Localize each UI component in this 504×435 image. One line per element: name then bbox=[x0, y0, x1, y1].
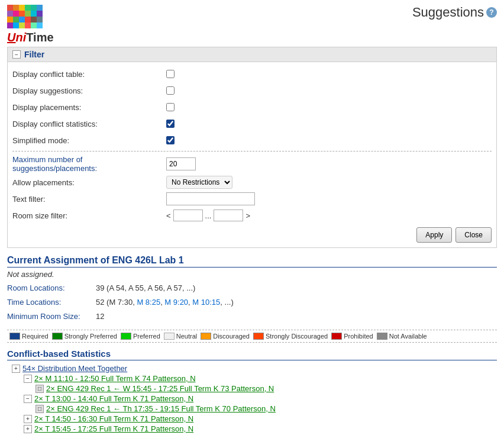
time-locations-row: Time Locations: 52 (M 7:30, M 8:25, M 9:… bbox=[7, 298, 497, 310]
legend-preferred: Preferred bbox=[121, 333, 160, 340]
filter-checkbox-conflict-stats[interactable] bbox=[166, 120, 175, 128]
filter-text-input[interactable] bbox=[166, 192, 255, 205]
greater-than-symbol: > bbox=[245, 211, 250, 220]
page-title-text: Suggestions bbox=[412, 5, 484, 20]
legend-strongly-discouraged: Strongly Discouraged bbox=[253, 333, 328, 340]
filter-checkbox-conflict-table[interactable] bbox=[166, 70, 175, 78]
time-link-1[interactable]: M 8:25 bbox=[137, 298, 160, 307]
logo-image bbox=[7, 5, 43, 28]
filter-row-room-size: Room size filter: < ... > bbox=[12, 208, 492, 223]
filter-row-simplified: Simplified mode: bbox=[12, 133, 492, 147]
legend-color-strongly-discouraged bbox=[253, 333, 264, 340]
room-locations-label: Room Locations: bbox=[7, 283, 96, 292]
legend-prohibited: Prohibited bbox=[331, 333, 373, 340]
legend-label-strongly-discouraged: Strongly Discouraged bbox=[266, 333, 328, 340]
tree-item-root: + 54× Distribution Meet Together bbox=[12, 364, 497, 373]
tree-item-child4: + 2× T 15:45 - 17:25 Full Term K 71 Patt… bbox=[24, 424, 497, 433]
filter-row-conflict-table: Display conflict table: bbox=[12, 67, 492, 81]
tree-link-child4[interactable]: 2× T 15:45 - 17:25 Full Term K 71 Patter… bbox=[34, 424, 193, 433]
help-icon[interactable]: ? bbox=[486, 7, 497, 18]
stats-section: Conflict-based Statistics + 54× Distribu… bbox=[7, 349, 497, 433]
legend-color-discouraged bbox=[201, 333, 211, 340]
legend-color-neutral bbox=[164, 333, 175, 340]
tree-link-child2[interactable]: 2× T 13:00 - 14:40 Full Term K 71 Patter… bbox=[34, 394, 193, 403]
time-locations-label: Time Locations: bbox=[7, 298, 96, 307]
unitime-logo: UniTime bbox=[7, 31, 54, 44]
filter-header: − Filter bbox=[8, 47, 496, 62]
legend-label-strongly-preferred: Strongly Preferred bbox=[64, 333, 117, 340]
filter-label-room-size: Room size filter: bbox=[12, 211, 166, 220]
legend-color-preferred bbox=[121, 333, 131, 340]
filter-body: Display conflict table: Display suggesti… bbox=[8, 62, 496, 247]
legend-discouraged: Discouraged bbox=[201, 333, 250, 340]
tree-toggle-child3[interactable]: + bbox=[24, 415, 32, 423]
legend-label-not-available: Not Available bbox=[389, 333, 427, 340]
ellipsis-symbol: ... bbox=[205, 211, 212, 220]
filter-row-text: Text filter: bbox=[12, 192, 492, 206]
tree-link-child2-1[interactable]: 2× ENG 429 Rec 1 ← Th 17:35 - 19:15 Full… bbox=[46, 404, 276, 413]
time-link-3[interactable]: M 10:15 bbox=[192, 298, 220, 307]
filter-label-max: Maximum number of suggestions/placements… bbox=[12, 155, 166, 173]
filter-row-allow: Allow placements: No Restrictions Room O… bbox=[12, 175, 492, 189]
assignment-title: Current Assignment of ENG 426L Lab 1 bbox=[7, 255, 497, 268]
legend-label-prohibited: Prohibited bbox=[344, 333, 373, 340]
filter-collapse-btn[interactable]: − bbox=[12, 50, 21, 59]
tree-link-root[interactable]: 54× Distribution Meet Together bbox=[22, 364, 127, 373]
assignment-status: Not assigned. bbox=[7, 270, 497, 279]
tree-link-child1[interactable]: 2× M 11:10 - 12:50 Full Term K 74 Patter… bbox=[34, 374, 196, 383]
logo-area: UniTime bbox=[7, 5, 54, 44]
tree-toggle-child1[interactable]: − bbox=[24, 375, 32, 383]
filter-checkbox-suggestions[interactable] bbox=[166, 86, 175, 95]
legend: Required Strongly Preferred Preferred Ne… bbox=[7, 330, 497, 343]
tree-toggle-child1-1[interactable]: □ bbox=[35, 385, 44, 393]
filter-row-conflict-stats: Display conflict statistics: bbox=[12, 117, 492, 131]
room-size-row: < ... > bbox=[166, 210, 250, 221]
min-room-size-value: 12 bbox=[96, 312, 104, 321]
min-room-size-label: Minimum Room Size: bbox=[7, 312, 96, 321]
legend-required: Required bbox=[9, 333, 49, 340]
legend-color-prohibited bbox=[331, 333, 342, 340]
filter-allow-select[interactable]: No Restrictions Room Only Time Only Both bbox=[166, 176, 232, 189]
less-than-symbol: < bbox=[166, 211, 171, 220]
legend-color-required bbox=[9, 333, 20, 340]
filter-label-suggestions: Display suggestions: bbox=[12, 86, 166, 95]
tree-toggle-child2[interactable]: − bbox=[24, 395, 32, 403]
time-link-2[interactable]: M 9:20 bbox=[164, 298, 188, 307]
tree-toggle-child2-1[interactable]: □ bbox=[35, 405, 44, 413]
filter-label-text: Text filter: bbox=[12, 195, 166, 204]
filter-row-suggestions: Display suggestions: bbox=[12, 83, 492, 98]
conflict-list: + 54× Distribution Meet Together − 2× M … bbox=[7, 364, 497, 433]
stats-title: Conflict-based Statistics bbox=[7, 349, 497, 360]
tree-item-child2-1: □ 2× ENG 429 Rec 1 ← Th 17:35 - 19:15 Fu… bbox=[35, 404, 497, 413]
filter-label-conflict-stats: Display conflict statistics: bbox=[12, 120, 166, 128]
min-room-size-row: Minimum Room Size: 12 bbox=[7, 312, 497, 324]
filter-max-input[interactable] bbox=[166, 157, 196, 170]
filter-section: − Filter Display conflict table: Display… bbox=[7, 47, 497, 248]
tree-item-child2: − 2× T 13:00 - 14:40 Full Term K 71 Patt… bbox=[24, 394, 497, 403]
filter-label-simplified: Simplified mode: bbox=[12, 136, 166, 145]
filter-row-placements: Display placements: bbox=[12, 100, 492, 114]
tree-link-child1-1[interactable]: 2× ENG 429 Rec 1 ← W 15:45 - 17:25 Full … bbox=[46, 384, 274, 393]
filter-buttons: Apply Close bbox=[12, 227, 492, 243]
tree-toggle-child4[interactable]: + bbox=[24, 425, 32, 433]
legend-label-preferred: Preferred bbox=[133, 333, 160, 340]
filter-row-max: Maximum number of suggestions/placements… bbox=[12, 155, 492, 173]
legend-neutral: Neutral bbox=[164, 333, 197, 340]
filter-title: Filter bbox=[24, 50, 44, 59]
legend-color-not-available bbox=[377, 333, 387, 340]
apply-button[interactable]: Apply bbox=[416, 227, 452, 243]
room-size-min-input[interactable] bbox=[173, 210, 203, 221]
room-size-max-input[interactable] bbox=[214, 210, 243, 221]
filter-checkbox-placements[interactable] bbox=[166, 103, 175, 111]
filter-label-placements: Display placements: bbox=[12, 103, 166, 112]
legend-color-strongly-preferred bbox=[52, 333, 63, 340]
close-button[interactable]: Close bbox=[455, 227, 492, 243]
legend-strongly-preferred: Strongly Preferred bbox=[52, 333, 117, 340]
filter-label-allow: Allow placements: bbox=[12, 178, 166, 187]
filter-checkbox-simplified[interactable] bbox=[166, 136, 175, 144]
tree-toggle-root[interactable]: + bbox=[12, 365, 20, 373]
legend-not-available: Not Available bbox=[377, 333, 427, 340]
legend-label-neutral: Neutral bbox=[176, 333, 197, 340]
tree-item-child3: + 2× T 14:50 - 16:30 Full Term K 71 Patt… bbox=[24, 414, 497, 423]
tree-link-child3[interactable]: 2× T 14:50 - 16:30 Full Term K 71 Patter… bbox=[34, 414, 193, 423]
